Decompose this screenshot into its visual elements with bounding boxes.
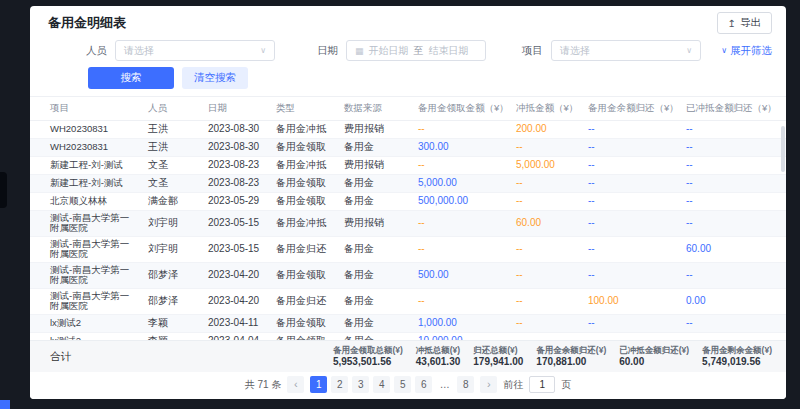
summary-item: 备用金领取总额(¥)5,953,501.56 (333, 345, 403, 368)
table-row: 测试-南昌大学第一附属医院邵梦泽2023-04-20备用金归还备用金----10… (30, 289, 786, 315)
table-row: 测试-南昌大学第一附属医院刘宇明2023-05-15备用金归还备用金------… (30, 237, 786, 263)
source-cell: 费用报销 (338, 211, 412, 237)
clear-search-button[interactable]: 清空搜索 (182, 67, 248, 89)
export-button[interactable]: ↥ 导出 (717, 12, 772, 34)
main-card: 备用金明细表 ↥ 导出 人员 请选择 ∨ 日期 ▦ 开始日期 至 结束日期 项目 (30, 6, 786, 399)
page-button[interactable]: 3 (352, 376, 369, 393)
amount-cell: -- (412, 237, 510, 263)
source-cell: 备用金 (338, 289, 412, 315)
type-cell: 备用金领取 (270, 333, 338, 341)
page-button[interactable]: 8 (457, 376, 474, 393)
date-cell: 2023-04-11 (202, 315, 270, 333)
amount-cell: -- (582, 121, 680, 139)
table-row: 测试-南昌大学第一附属医院邵梦泽2023-04-20备用金领取备用金500.00… (30, 263, 786, 289)
amount-cell: 60.00 (680, 237, 786, 263)
project-placeholder: 请选择 (560, 44, 590, 58)
summary-total-label: 合计 (50, 350, 71, 364)
type-cell: 备用金领取 (270, 139, 338, 157)
date-cell: 2023-08-30 (202, 121, 270, 139)
person-filter: 人员 请选择 ∨ (86, 40, 275, 61)
date-cell: 2023-05-15 (202, 237, 270, 263)
table-row: WH20230831王洪2023-08-30备用金领取备用金300.00----… (30, 139, 786, 157)
amount-cell: -- (680, 121, 786, 139)
date-cell: 2023-05-29 (202, 193, 270, 211)
page-ellipsis: … (436, 376, 453, 393)
amount-cell: -- (510, 193, 582, 211)
source-cell: 备用金 (338, 315, 412, 333)
page-button[interactable]: 6 (415, 376, 432, 393)
type-cell: 备用金冲抵 (270, 211, 338, 237)
corner-accent (0, 400, 10, 409)
amount-cell: -- (680, 333, 786, 341)
pagination-bar: 共 71 条 ‹ 123456…8 › 前往 页 (30, 372, 786, 399)
amount-cell: -- (412, 157, 510, 175)
goto-label: 前往 (503, 378, 523, 392)
filter-row: 人员 请选择 ∨ 日期 ▦ 开始日期 至 结束日期 项目 请选择 ∨ ∨ 展开筛 (30, 37, 786, 64)
amount-cell: -- (412, 211, 510, 237)
amount-cell: -- (582, 193, 680, 211)
person-cell: 文圣 (142, 157, 202, 175)
summary-item-value: 60.00 (619, 356, 689, 368)
page-button[interactable]: 5 (394, 376, 411, 393)
amount-cell: -- (510, 289, 582, 315)
date-label: 日期 (317, 44, 338, 58)
chevron-down-icon: ∨ (260, 46, 266, 55)
column-header: 备用金领取金额（¥） (412, 97, 510, 121)
column-header: 人员 (142, 97, 202, 121)
date-range-picker[interactable]: ▦ 开始日期 至 结束日期 (346, 40, 486, 61)
type-cell: 备用金领取 (270, 193, 338, 211)
side-drawer-handle[interactable] (0, 172, 7, 208)
project-cell: WH20230831 (30, 121, 142, 139)
table-row: WH20230831王洪2023-08-30备用金冲抵费用报销--200.00-… (30, 121, 786, 139)
amount-cell: -- (680, 315, 786, 333)
column-header: 已冲抵金额归还（¥） (680, 97, 786, 121)
table-row: 北京顺义林林满金鄯2023-05-29备用金领取备用金500,000.00---… (30, 193, 786, 211)
type-cell: 备用金冲抵 (270, 157, 338, 175)
type-cell: 备用金领取 (270, 263, 338, 289)
expand-filter-link[interactable]: ∨ 展开筛选 (721, 44, 772, 58)
person-cell: 李颖 (142, 315, 202, 333)
amount-cell: 100.00 (582, 289, 680, 315)
page-button[interactable]: 2 (331, 376, 348, 393)
page-buttons: 123456…8 (310, 376, 474, 393)
summary-item-label: 冲抵总额(¥) (416, 345, 461, 356)
date-end-placeholder: 结束日期 (429, 44, 469, 58)
prev-page-button[interactable]: ‹ (287, 376, 304, 393)
person-cell: 王洪 (142, 121, 202, 139)
page-button[interactable]: 1 (310, 376, 327, 393)
project-select[interactable]: 请选择 ∨ (551, 40, 701, 61)
card-header: 备用金明细表 ↥ 导出 (30, 6, 786, 37)
project-cell: WH20230831 (30, 139, 142, 157)
summary-item-label: 备用金余额归还(¥) (536, 345, 606, 356)
vertical-scrollbar[interactable] (781, 126, 785, 172)
export-icon: ↥ (728, 18, 736, 29)
source-cell: 备用金 (338, 333, 412, 341)
person-placeholder: 请选择 (124, 44, 154, 58)
calendar-icon: ▦ (355, 46, 364, 56)
column-header: 项目 (30, 97, 142, 121)
amount-cell: 60.00 (510, 211, 582, 237)
amount-cell: -- (510, 315, 582, 333)
source-cell: 费用报销 (338, 157, 412, 175)
person-cell: 王洪 (142, 139, 202, 157)
project-cell: 新建工程-刘-测试 (30, 157, 142, 175)
next-page-button[interactable]: › (480, 376, 497, 393)
project-cell: 测试-南昌大学第一附属医院 (30, 263, 142, 289)
project-label: 项目 (522, 44, 543, 58)
summary-item: 已冲抵金额归还(¥)60.00 (619, 345, 689, 368)
chevron-down-icon: ∨ (721, 46, 727, 55)
search-button[interactable]: 搜索 (88, 67, 174, 89)
page-button[interactable]: 4 (373, 376, 390, 393)
amount-cell: 0.00 (680, 289, 786, 315)
summary-items: 备用金领取总额(¥)5,953,501.56冲抵总额(¥)43,601.30归还… (333, 345, 772, 368)
amount-cell: -- (510, 263, 582, 289)
person-select[interactable]: 请选择 ∨ (115, 40, 275, 61)
amount-cell: -- (510, 237, 582, 263)
type-cell: 备用金归还 (270, 289, 338, 315)
summary-item-value: 170,881.00 (536, 356, 606, 368)
amount-cell: -- (582, 315, 680, 333)
source-cell: 备用金 (338, 139, 412, 157)
table-header-row: 项目人员日期类型数据来源备用金领取金额（¥）冲抵金额（¥）备用金余额归还（¥）已… (30, 97, 786, 121)
person-label: 人员 (86, 44, 107, 58)
goto-page-input[interactable] (529, 376, 555, 393)
